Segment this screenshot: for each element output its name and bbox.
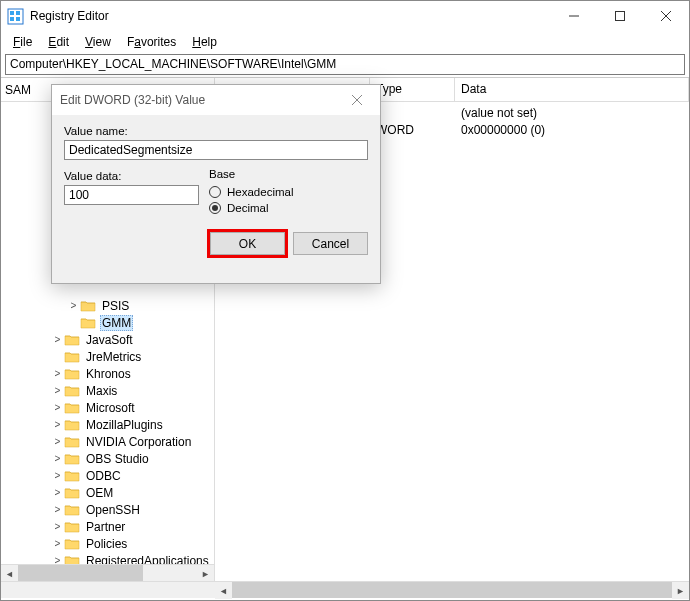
titlebar: Registry Editor xyxy=(1,1,689,31)
tree-item-label: JreMetrics xyxy=(84,350,143,364)
tree-item[interactable]: >OEM xyxy=(1,484,214,501)
cell-type: WORD xyxy=(370,123,455,137)
tree-item[interactable]: >JreMetrics xyxy=(1,348,214,365)
tree-item-label: Partner xyxy=(84,520,127,534)
dialog-close-button[interactable] xyxy=(342,85,372,115)
minimize-button[interactable] xyxy=(551,1,597,31)
tree-item-label: OpenSSH xyxy=(84,503,142,517)
scroll-right-button[interactable]: ► xyxy=(672,582,689,599)
chevron-icon[interactable]: > xyxy=(51,555,64,564)
radio-icon xyxy=(209,186,221,198)
tree-item-label: Khronos xyxy=(84,367,133,381)
tree-item[interactable]: >PSIS xyxy=(1,297,214,314)
tree-item[interactable]: >OBS Studio xyxy=(1,450,214,467)
folder-icon xyxy=(64,537,80,551)
chevron-icon[interactable]: > xyxy=(67,300,80,311)
tree-item-label: MozillaPlugins xyxy=(84,418,165,432)
svg-rect-3 xyxy=(10,17,14,21)
tree-item-label: PSIS xyxy=(100,299,131,313)
radio-decimal[interactable]: Decimal xyxy=(209,200,368,216)
folder-icon xyxy=(64,418,80,432)
scroll-thumb[interactable] xyxy=(232,582,672,598)
tree-item[interactable]: >RegisteredApplications xyxy=(1,552,214,564)
dialog-title: Edit DWORD (32-bit) Value xyxy=(60,93,342,107)
menu-favorites[interactable]: Favorites xyxy=(119,33,184,51)
chevron-icon[interactable]: > xyxy=(51,334,64,345)
radio-hexadecimal[interactable]: Hexadecimal xyxy=(209,184,368,200)
folder-icon xyxy=(64,486,80,500)
scroll-right-button[interactable]: ► xyxy=(197,565,214,581)
folder-icon xyxy=(80,299,96,313)
tree-item[interactable]: >ODBC xyxy=(1,467,214,484)
tree-hscroll[interactable]: ◄ ► xyxy=(1,564,214,581)
col-type[interactable]: Type xyxy=(370,78,455,101)
radio-hex-label: Hexadecimal xyxy=(227,186,293,198)
status-left xyxy=(1,581,215,598)
menubar: File Edit View Favorites Help xyxy=(1,31,689,52)
tree-item[interactable]: >OpenSSH xyxy=(1,501,214,518)
bottom-scrollbars: ◄ ► xyxy=(1,581,689,600)
chevron-icon[interactable]: > xyxy=(51,402,64,413)
svg-rect-4 xyxy=(16,17,20,21)
tree-item-label: ODBC xyxy=(84,469,123,483)
folder-icon xyxy=(64,350,80,364)
scroll-thumb[interactable] xyxy=(18,565,143,581)
value-name-label: Value name: xyxy=(64,125,368,137)
tree-item[interactable]: >Khronos xyxy=(1,365,214,382)
chevron-icon[interactable]: > xyxy=(51,419,64,430)
folder-icon xyxy=(64,452,80,466)
address-bar[interactable]: Computer\HKEY_LOCAL_MACHINE\SOFTWARE\Int… xyxy=(5,54,685,75)
close-button[interactable] xyxy=(643,1,689,31)
cancel-button[interactable]: Cancel xyxy=(293,232,368,255)
chevron-icon[interactable]: > xyxy=(51,385,64,396)
chevron-icon[interactable]: > xyxy=(51,521,64,532)
chevron-icon[interactable]: > xyxy=(51,368,64,379)
folder-icon xyxy=(64,367,80,381)
scroll-track[interactable] xyxy=(232,582,672,598)
scroll-left-button[interactable]: ◄ xyxy=(1,565,18,581)
svg-rect-1 xyxy=(10,11,14,15)
menu-help[interactable]: Help xyxy=(184,33,225,51)
chevron-icon[interactable]: > xyxy=(51,504,64,515)
scroll-left-button[interactable]: ◄ xyxy=(215,582,232,599)
svg-rect-2 xyxy=(16,11,20,15)
chevron-icon[interactable]: > xyxy=(51,470,64,481)
app-icon xyxy=(7,8,24,25)
window-title: Registry Editor xyxy=(30,9,551,23)
tree-item[interactable]: >NVIDIA Corporation xyxy=(1,433,214,450)
menu-edit[interactable]: Edit xyxy=(40,33,77,51)
tree-item[interactable]: >JavaSoft xyxy=(1,331,214,348)
menu-file[interactable]: File xyxy=(5,33,40,51)
tree-item[interactable]: >MozillaPlugins xyxy=(1,416,214,433)
folder-icon xyxy=(64,333,80,347)
tree-item[interactable]: >Partner xyxy=(1,518,214,535)
cell-data: (value not set) xyxy=(455,106,689,120)
chevron-icon[interactable]: > xyxy=(51,453,64,464)
folder-icon xyxy=(80,316,96,330)
tree-item[interactable]: >Policies xyxy=(1,535,214,552)
window-controls xyxy=(551,1,689,31)
tree-item-label: NVIDIA Corporation xyxy=(84,435,193,449)
dialog-titlebar[interactable]: Edit DWORD (32-bit) Value xyxy=(52,85,380,115)
tree-item[interactable]: >GMM xyxy=(1,314,214,331)
ok-button[interactable]: OK xyxy=(210,232,285,255)
scroll-track[interactable] xyxy=(18,565,197,581)
tree-item[interactable]: >Microsoft xyxy=(1,399,214,416)
list-hscroll[interactable]: ◄ ► xyxy=(215,581,689,598)
radio-icon xyxy=(209,202,221,214)
chevron-icon[interactable]: > xyxy=(51,538,64,549)
value-name-input[interactable] xyxy=(64,140,368,160)
menu-view[interactable]: View xyxy=(77,33,119,51)
folder-icon xyxy=(64,401,80,415)
folder-icon xyxy=(64,469,80,483)
tree-item[interactable]: >Maxis xyxy=(1,382,214,399)
folder-icon xyxy=(64,503,80,517)
folder-icon xyxy=(64,384,80,398)
chevron-icon[interactable]: > xyxy=(51,487,64,498)
col-data[interactable]: Data xyxy=(455,78,689,101)
radio-dec-label: Decimal xyxy=(227,202,269,214)
value-data-input[interactable] xyxy=(64,185,199,205)
tree-item-label: JavaSoft xyxy=(84,333,135,347)
maximize-button[interactable] xyxy=(597,1,643,31)
chevron-icon[interactable]: > xyxy=(51,436,64,447)
